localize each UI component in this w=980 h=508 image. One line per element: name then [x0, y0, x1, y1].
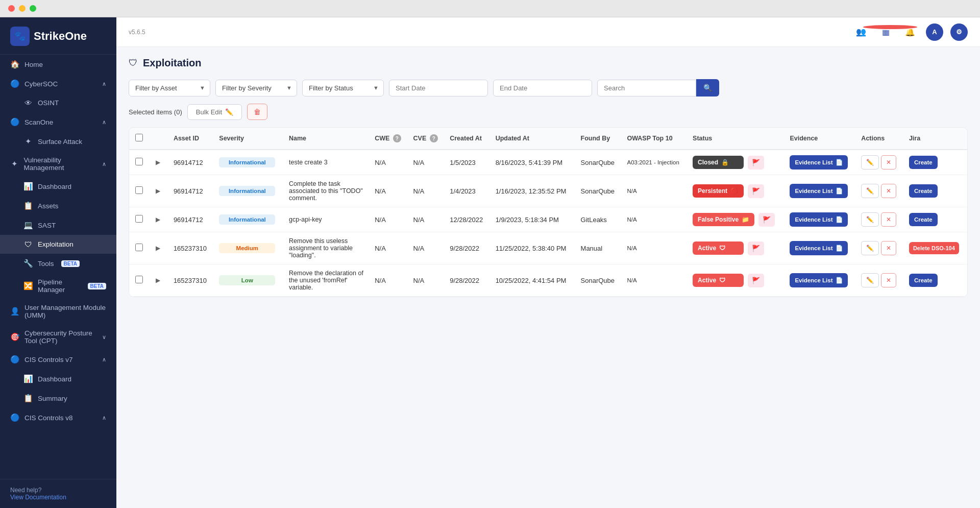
sidebar-item-umm[interactable]: 👤 User Management Module (UMM) — [0, 299, 116, 324]
cell-actions: ✏️ ✕ — [856, 264, 904, 297]
jira-create-btn[interactable]: Create — [909, 156, 938, 169]
status-icon: 🚫 — [730, 187, 738, 195]
row-checkbox-3[interactable] — [135, 244, 143, 251]
pipeline-icon: 🔀 — [23, 281, 33, 291]
status-button[interactable]: False Positive 📁 — [693, 213, 754, 226]
sidebar-item-osint[interactable]: 👁 OSINT — [0, 93, 116, 112]
action-delete-button[interactable]: ✕ — [881, 241, 896, 255]
cell-cve: N/A — [408, 264, 445, 297]
sidebar-item-exploitation[interactable]: 🛡 Exploitation — [0, 235, 116, 254]
sidebar-item-cis-summary[interactable]: 📋 Summary — [0, 389, 116, 408]
row-checkbox-4[interactable] — [135, 276, 143, 283]
jira-delete-btn[interactable]: Delete DSO-104 — [909, 242, 959, 254]
action-edit-button[interactable]: ✏️ — [861, 212, 879, 227]
evidence-list-button[interactable]: Evidence List 📄 — [790, 273, 847, 287]
status-button[interactable]: Active 🛡 — [693, 274, 744, 287]
sidebar-item-cis-v8[interactable]: 🔵 CIS Controls v8 ∧ — [0, 408, 116, 427]
search-button[interactable]: 🔍 — [696, 79, 719, 96]
cell-cve: N/A — [408, 207, 445, 232]
sidebar-item-tools[interactable]: 🔧 Tools BETA — [0, 254, 116, 273]
col-created-at: Created At — [445, 128, 490, 150]
cpt-icon: 🎯 — [10, 332, 19, 342]
avatar-icon[interactable]: A — [926, 23, 943, 41]
evidence-list-button[interactable]: Evidence List 📄 — [790, 184, 847, 198]
sidebar-label-cis-v7: CIS Controls v7 — [24, 356, 73, 364]
bulk-edit-button[interactable]: Bulk Edit ✏️ — [187, 104, 242, 120]
flag-button[interactable]: 🚩 — [748, 274, 764, 287]
sidebar-footer: Need help? View Documentation — [0, 479, 116, 508]
close-window-btn[interactable] — [8, 5, 15, 12]
start-date-input[interactable] — [389, 80, 488, 96]
action-delete-button[interactable]: ✕ — [881, 155, 896, 170]
action-edit-button[interactable]: ✏️ — [861, 155, 879, 170]
sidebar-item-cpt[interactable]: 🎯 Cybersecurity Posture Tool (CPT) ∨ — [0, 324, 116, 350]
cell-evidence: Evidence List 📄 — [785, 207, 856, 232]
minimize-window-btn[interactable] — [19, 5, 26, 12]
flag-button[interactable]: 🚩 — [758, 213, 775, 227]
row-expand-btn-4[interactable]: ▶ — [154, 275, 162, 286]
sidebar-item-assets[interactable]: 📋 Assets — [0, 196, 116, 215]
flag-button[interactable]: 🚩 — [748, 156, 764, 170]
evidence-label: Evidence List — [795, 245, 832, 251]
bell-icon[interactable]: 🔔 — [901, 23, 919, 41]
row-expand-btn-1[interactable]: ▶ — [154, 185, 162, 197]
status-filter[interactable]: Filter by Status — [302, 80, 384, 96]
docs-link[interactable]: View Documentation — [10, 494, 66, 501]
action-delete-button[interactable]: ✕ — [881, 273, 896, 287]
action-delete-button[interactable]: ✕ — [881, 184, 896, 198]
bulk-edit-icon: ✏️ — [225, 108, 233, 116]
sidebar-logo[interactable]: 🐾 StrikeOne — [0, 17, 116, 55]
severity-filter[interactable]: Filter by Severity — [215, 80, 297, 96]
row-expand-btn-2[interactable]: ▶ — [154, 214, 162, 225]
sidebar-item-cis-v7[interactable]: 🔵 CIS Controls v7 ∧ — [0, 350, 116, 369]
search-input[interactable] — [597, 80, 696, 96]
status-button[interactable]: Persistent 🚫 — [693, 184, 744, 198]
sidebar-item-surface-attack[interactable]: ✦ Surface Attack — [0, 132, 116, 151]
sidebar-item-pipeline[interactable]: 🔀 Pipeline Manager BETA — [0, 273, 116, 299]
cell-jira: Create — [904, 207, 967, 232]
sidebar-item-vuln-mgmt[interactable]: ✦ Vulnerability Management ∧ — [0, 151, 116, 177]
action-delete-button[interactable]: ✕ — [881, 212, 896, 227]
cell-updated-at: 1/9/2023, 5:18:34 PM — [491, 207, 576, 232]
severity-badge: Informational — [219, 214, 275, 225]
cell-found-by: SonarQube — [576, 175, 622, 207]
cell-jira: Create — [904, 175, 967, 207]
row-expand-btn-0[interactable]: ▶ — [154, 157, 162, 168]
action-edit-button[interactable]: ✏️ — [861, 241, 879, 255]
end-date-input[interactable] — [493, 80, 592, 96]
status-button[interactable]: Active 🛡 — [693, 241, 744, 255]
sidebar-item-dashboard[interactable]: 📊 Dashboard — [0, 177, 116, 196]
cve-info-icon: ? — [430, 134, 438, 142]
cell-name: Remove the declaration of the unused 'fr… — [284, 264, 370, 297]
cell-severity: Informational — [214, 207, 284, 232]
bulk-delete-button[interactable]: 🗑 — [247, 104, 267, 120]
evidence-list-button[interactable]: Evidence List 📄 — [790, 155, 847, 170]
maximize-window-btn[interactable] — [30, 5, 36, 12]
cis-v8-icon: 🔵 — [10, 413, 19, 422]
action-edit-button[interactable]: ✏️ — [861, 184, 879, 198]
asset-filter[interactable]: Filter by Asset — [129, 80, 210, 96]
sidebar-item-sast[interactable]: 💻 SAST — [0, 215, 116, 235]
cell-evidence: Evidence List 📄 — [785, 264, 856, 297]
status-button[interactable]: Closed 🔒 — [693, 156, 744, 169]
row-expand-btn-3[interactable]: ▶ — [154, 243, 162, 254]
evidence-list-button[interactable]: Evidence List 📄 — [790, 212, 847, 227]
sidebar-item-scanone[interactable]: 🔵 ScanOne ∧ — [0, 112, 116, 132]
row-checkbox-2[interactable] — [135, 215, 143, 223]
sidebar-item-cybersoc[interactable]: 🔵 CyberSOC ∧ — [0, 74, 116, 93]
jira-create-btn[interactable]: Create — [909, 274, 938, 287]
flag-button[interactable]: 🚩 — [748, 241, 764, 255]
evidence-list-button[interactable]: Evidence List 📄 — [790, 241, 847, 255]
row-checkbox-1[interactable] — [135, 186, 143, 194]
sidebar-label-cpt: Cybersecurity Posture Tool (CPT) — [24, 329, 97, 345]
row-checkbox-0[interactable] — [135, 158, 143, 165]
flag-button[interactable]: 🚩 — [748, 184, 764, 198]
sidebar-item-cis-dashboard[interactable]: 📊 Dashboard — [0, 369, 116, 389]
user-avatar[interactable]: ⚙ — [950, 23, 968, 41]
jira-create-btn[interactable]: Create — [909, 213, 938, 226]
action-edit-button[interactable]: ✏️ — [861, 273, 879, 287]
app-name: StrikeOne — [34, 30, 87, 43]
jira-create-btn[interactable]: Create — [909, 184, 938, 198]
select-all-checkbox[interactable] — [135, 134, 143, 141]
sidebar-item-home[interactable]: 🏠 Home — [0, 55, 116, 74]
